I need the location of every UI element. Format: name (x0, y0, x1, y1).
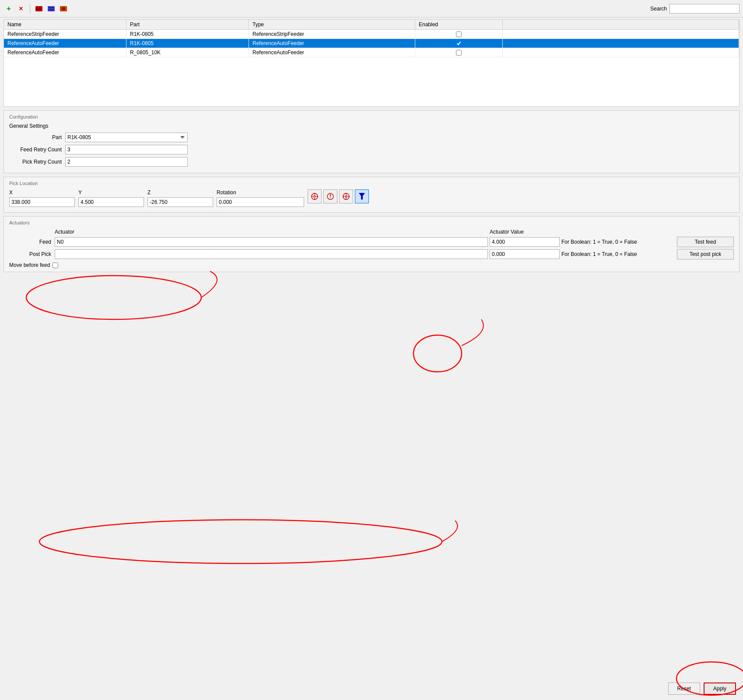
y-label: Y (78, 189, 144, 196)
pick-location-title: Pick Location (9, 181, 734, 186)
post-pick-label: Post Pick (9, 251, 53, 257)
test-post-pick-button[interactable]: Test post pick (677, 249, 734, 259)
move-before-feed-row: Move before feed (9, 262, 734, 268)
svg-point-7 (62, 7, 65, 10)
rotation-col: Rotation (217, 189, 304, 207)
test-feed-button[interactable]: Test feed (677, 237, 734, 247)
feed-actuator-select[interactable]: N0 (55, 237, 488, 247)
table-header: Name Part Type Enabled (4, 20, 739, 30)
cell-extra-2 (503, 48, 739, 57)
move-before-feed-label: Move before feed (9, 262, 50, 268)
post-pick-bool-label: For Boolean: 1 = True, 0 = False (561, 251, 675, 257)
svg-rect-5 (49, 9, 54, 10)
table-row[interactable]: ReferenceAutoFeeder R1K-0805 ReferenceAu… (4, 39, 739, 48)
actuator-value-col-header: Actuator Value (490, 229, 560, 235)
reset-button[interactable]: Reset (668, 682, 700, 695)
search-input[interactable] (669, 4, 739, 14)
z-col: Z (147, 189, 213, 207)
pick-retry-input[interactable] (65, 157, 188, 167)
svg-marker-23 (359, 193, 365, 200)
rotation-label: Rotation (217, 189, 304, 196)
y-col: Y (78, 189, 144, 207)
crosshair-icon-2 (342, 192, 350, 200)
col-header-extra (503, 20, 739, 29)
feeder-svg-2 (47, 4, 56, 13)
part-label: Part (9, 134, 62, 140)
feed-retry-input[interactable] (65, 145, 188, 154)
z-input[interactable] (147, 197, 213, 207)
feeder-icon-1[interactable] (34, 4, 44, 14)
part-select[interactable]: R1K-0805 (65, 133, 188, 142)
cell-extra-1 (503, 39, 739, 48)
cell-extra-0 (503, 30, 739, 38)
actuator-test-col-header (677, 229, 734, 235)
x-col: X (9, 189, 75, 207)
feeders-table: Name Part Type Enabled ReferenceStripFee… (4, 19, 739, 107)
feed-label: Feed (9, 239, 53, 245)
feeder-svg-1 (35, 4, 43, 13)
actuators-title: Actuators (9, 220, 734, 225)
filter-button[interactable] (355, 189, 369, 203)
add-button[interactable]: + (4, 4, 14, 14)
general-settings-title: General Settings (9, 123, 734, 129)
pick-buttons (308, 189, 369, 204)
toolbar-search: Search (650, 4, 739, 14)
cell-type-1: ReferenceAutoFeeder (249, 39, 415, 48)
pick-location-panel: Pick Location X Y Z Rotation (4, 177, 739, 213)
pick-retry-label: Pick Retry Count (9, 159, 62, 165)
x-input[interactable] (9, 197, 75, 207)
search-label: Search (650, 6, 667, 12)
feeder-icon-3[interactable] (58, 4, 69, 14)
apply-button[interactable]: Apply (704, 682, 736, 695)
enabled-checkbox-0[interactable] (456, 32, 462, 37)
position-info-button[interactable] (323, 189, 337, 203)
table-row[interactable]: ReferenceAutoFeeder R_0805_10K Reference… (4, 48, 739, 57)
post-pick-value-input[interactable] (490, 249, 560, 259)
y-input[interactable] (78, 197, 144, 207)
actuator-col-empty (9, 229, 53, 235)
cell-part-1: R1K-0805 (126, 39, 249, 48)
actuators-panel: Actuators Actuator Actuator Value Feed N… (4, 216, 739, 272)
cell-name-0: ReferenceStripFeeder (4, 30, 126, 38)
rotation-input[interactable] (217, 197, 304, 207)
move-before-feed-checkbox[interactable] (53, 262, 58, 268)
cell-type-2: ReferenceAutoFeeder (249, 48, 415, 57)
config-section-title: Configuration (9, 114, 734, 119)
enabled-checkbox-1[interactable] (456, 41, 462, 46)
post-pick-actuator-row: Post Pick For Boolean: 1 = True, 0 = Fal… (9, 249, 734, 259)
col-header-enabled: Enabled (415, 20, 503, 29)
feed-value-input[interactable] (490, 237, 560, 247)
position-info-icon (326, 192, 334, 200)
cell-enabled-0[interactable] (415, 30, 503, 38)
col-header-name: Name (4, 20, 126, 29)
svg-rect-2 (39, 7, 41, 10)
actuators-header-row: Actuator Actuator Value (9, 229, 734, 235)
config-panel: Configuration General Settings Part R1K-… (4, 110, 739, 173)
cell-enabled-1[interactable] (415, 39, 503, 48)
feeder-icon-2[interactable] (46, 4, 56, 14)
post-pick-actuator-select[interactable] (55, 249, 488, 259)
main-spacer (0, 274, 743, 677)
delete-button[interactable]: × (16, 4, 26, 14)
enabled-checkbox-2[interactable] (456, 50, 462, 56)
cell-enabled-2[interactable] (415, 48, 503, 57)
toolbar: + × Search (0, 0, 743, 18)
table-row[interactable]: ReferenceStripFeeder R1K-0805 ReferenceS… (4, 30, 739, 39)
cell-type-0: ReferenceStripFeeder (249, 30, 415, 38)
crosshair-icon-1 (311, 192, 319, 200)
cell-name-2: ReferenceAutoFeeder (4, 48, 126, 57)
col-header-type: Type (249, 20, 415, 29)
feed-retry-label: Feed Retry Count (9, 147, 62, 153)
capture-location-button-1[interactable] (308, 189, 322, 203)
col-header-part: Part (126, 20, 249, 29)
capture-location-button-2[interactable] (339, 189, 353, 203)
feed-retry-row: Feed Retry Count (9, 145, 734, 154)
svg-rect-1 (36, 7, 38, 10)
pick-retry-row: Pick Retry Count (9, 157, 734, 167)
actuator-bool-col-header (561, 229, 675, 235)
svg-rect-4 (49, 7, 54, 8)
feeder-svg-3 (59, 4, 68, 13)
svg-point-18 (345, 196, 347, 197)
actuator-col-header: Actuator (55, 229, 488, 235)
part-row: Part R1K-0805 (9, 133, 734, 142)
